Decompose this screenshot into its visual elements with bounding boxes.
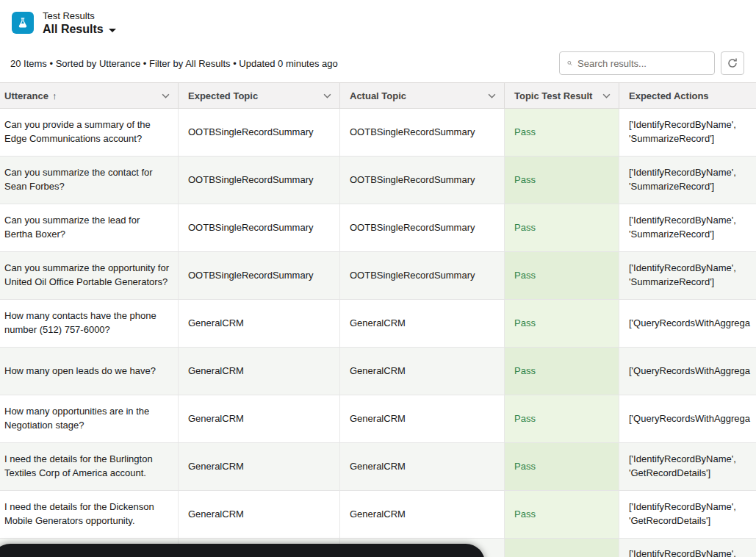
column-header-topic-test-result[interactable]: Topic Test Result	[505, 83, 619, 108]
toolbar-right	[559, 51, 744, 75]
cell-actual-topic: GeneralCRM	[340, 443, 505, 490]
cell-topic-test-result: Pass	[505, 157, 619, 204]
cell-utterance: How many open leads do we have?	[0, 348, 179, 395]
search-box	[559, 51, 715, 75]
cell-expected-topic: GeneralCRM	[179, 395, 340, 442]
flask-icon	[12, 12, 34, 34]
flask-glyph-icon	[16, 16, 29, 29]
title-block: Test Results All Results	[43, 10, 116, 36]
cell-expected-topic: OOTBSingleRecordSummary	[179, 157, 340, 204]
entity-label: Test Results	[43, 10, 116, 21]
chevron-down-icon[interactable]	[317, 86, 336, 105]
cell-topic-test-result: Pass	[505, 348, 619, 395]
cell-expected-topic: GeneralCRM	[179, 348, 340, 395]
search-icon	[567, 58, 572, 68]
cell-actual-topic: OOTBSingleRecordSummary	[340, 109, 505, 156]
cell-expected-topic: OOTBSingleRecordSummary	[179, 252, 340, 299]
chevron-down-icon	[109, 29, 116, 32]
table-row[interactable]: I need the details for the Dickenson Mob…	[0, 491, 756, 539]
cell-expected-actions: ['IdentifyRecordByName', 'SummarizeRecor…	[619, 204, 756, 251]
cell-topic-test-result: Pass	[505, 300, 619, 347]
cell-expected-actions: ['IdentifyRecordByName', 'SummarizeRecor…	[619, 157, 756, 204]
cell-utterance: How many contacts have the phone number …	[0, 300, 179, 347]
results-table: Utterance ↑ Expected Topic Actual Topic	[0, 82, 756, 557]
column-header-utterance[interactable]: Utterance ↑	[0, 83, 179, 108]
column-header-actual-topic[interactable]: Actual Topic	[340, 83, 505, 108]
cell-expected-actions: ['IdentifyRecordByName', 'GetRecordDetai…	[619, 491, 756, 538]
cell-expected-topic: OOTBSingleRecordSummary	[179, 204, 340, 251]
cell-expected-actions: ['IdentifyRecordByName', 'SummarizeRecor…	[619, 252, 756, 299]
docked-prompt-bar[interactable]	[0, 544, 485, 557]
cell-topic-test-result: Pass	[505, 252, 619, 299]
cell-topic-test-result: Pass	[505, 491, 619, 538]
cell-expected-actions: ['IdentifyRecordByName', 'GetRecordDetai…	[619, 443, 756, 490]
cell-actual-topic: GeneralCRM	[340, 395, 505, 442]
column-label: Expected Actions	[629, 90, 709, 101]
cell-expected-actions: ['IdentifyRecordByName', 'SummarizeRecor…	[619, 109, 756, 156]
cell-actual-topic: OOTBSingleRecordSummary	[340, 204, 505, 251]
column-header-expected-topic[interactable]: Expected Topic	[179, 83, 340, 108]
table-row[interactable]: Can you summarize the lead for Bertha Bo…	[0, 204, 756, 252]
cell-topic-test-result: Pass	[505, 443, 619, 490]
table-header-row: Utterance ↑ Expected Topic Actual Topic	[0, 82, 756, 109]
table-row[interactable]: I need the details for the Burlington Te…	[0, 443, 756, 491]
cell-utterance: Can you provide a summary of the Edge Co…	[0, 109, 179, 156]
table-row[interactable]: Can you summarize the contact for Sean F…	[0, 157, 756, 204]
table-row[interactable]: How many open leads do we have? GeneralC…	[0, 348, 756, 395]
cell-expected-topic: GeneralCRM	[179, 300, 340, 347]
cell-expected-topic: OOTBSingleRecordSummary	[179, 109, 340, 156]
cell-topic-test-result: Pass	[505, 395, 619, 442]
cell-actual-topic: GeneralCRM	[340, 300, 505, 347]
chevron-down-icon[interactable]	[597, 86, 616, 105]
cell-utterance: I need the details for the Burlington Te…	[0, 443, 179, 490]
table-row[interactable]: Can you summarize the opportunity for Un…	[0, 252, 756, 300]
table-row[interactable]: How many opportunities are in the Negoti…	[0, 395, 756, 443]
chevron-down-icon[interactable]	[156, 86, 175, 105]
cell-expected-topic: GeneralCRM	[179, 443, 340, 490]
cell-utterance: Can you summarize the opportunity for Un…	[0, 252, 179, 299]
cell-utterance: Can you summarize the contact for Sean F…	[0, 157, 179, 204]
toolbar: 20 Items • Sorted by Utterance • Filter …	[0, 44, 756, 82]
view-selector-dropdown[interactable]: All Results	[43, 23, 116, 36]
chevron-down-icon[interactable]	[482, 86, 501, 105]
column-header-expected-actions[interactable]: Expected Actions	[619, 83, 756, 108]
cell-topic-test-result: Pass	[505, 109, 619, 156]
cell-topic-test-result: Pass	[505, 204, 619, 251]
cell-actual-topic: GeneralCRM	[340, 348, 505, 395]
column-label: Actual Topic	[350, 90, 406, 101]
page-header: Test Results All Results	[0, 0, 756, 44]
cell-actual-topic: OOTBSingleRecordSummary	[340, 252, 505, 299]
cell-expected-actions: ['IdentifyRecordByName',	[619, 539, 756, 557]
cell-expected-topic: GeneralCRM	[179, 491, 340, 538]
refresh-icon	[727, 57, 738, 69]
cell-expected-actions: ['QueryRecordsWithAggrega	[619, 395, 756, 442]
table-row[interactable]: Can you provide a summary of the Edge Co…	[0, 109, 756, 157]
column-label: Topic Test Result	[514, 90, 592, 101]
sort-asc-icon: ↑	[52, 90, 57, 101]
view-label: All Results	[43, 23, 104, 36]
column-label: Utterance	[4, 90, 48, 101]
column-label: Expected Topic	[188, 90, 258, 101]
cell-expected-actions: ['QueryRecordsWithAggrega	[619, 300, 756, 347]
search-input[interactable]	[577, 58, 707, 69]
cell-actual-topic: GeneralCRM	[340, 491, 505, 538]
table-row[interactable]: How many contacts have the phone number …	[0, 300, 756, 348]
cell-utterance: Can you summarize the lead for Bertha Bo…	[0, 204, 179, 251]
cell-expected-actions: ['QueryRecordsWithAggrega	[619, 348, 756, 395]
cell-utterance: How many opportunities are in the Negoti…	[0, 395, 179, 442]
cell-topic-test-result	[505, 539, 619, 557]
test-results-page: Test Results All Results 20 Items • Sort…	[0, 0, 756, 557]
cell-actual-topic: OOTBSingleRecordSummary	[340, 157, 505, 204]
cell-utterance: I need the details for the Dickenson Mob…	[0, 491, 179, 538]
refresh-button[interactable]	[721, 51, 744, 75]
list-summary: 20 Items • Sorted by Utterance • Filter …	[10, 58, 338, 69]
